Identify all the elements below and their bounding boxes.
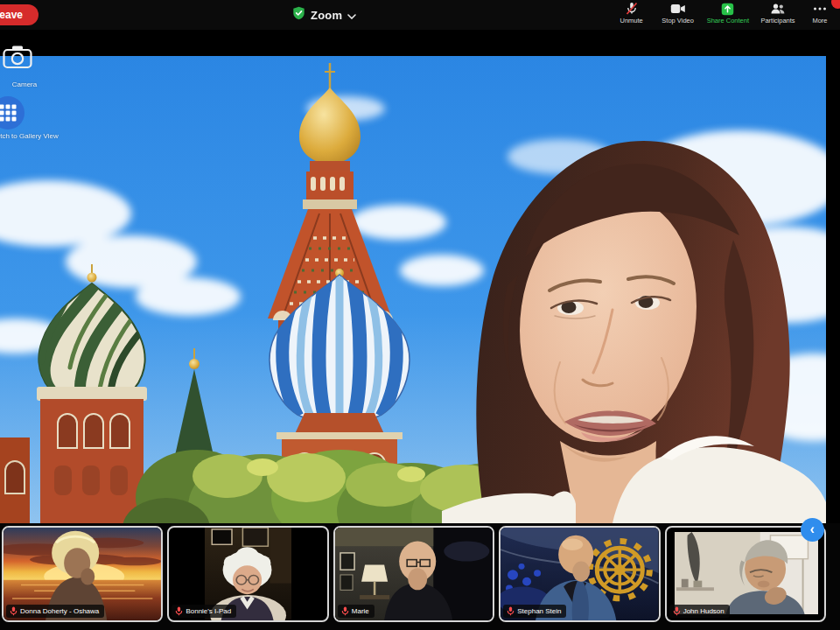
share-up-arrow-icon xyxy=(721,2,734,16)
unmute-button[interactable]: Unmute xyxy=(614,2,649,24)
participant-name: John Hudson xyxy=(683,607,724,615)
share-content-label: Share Content xyxy=(707,17,749,24)
scroll-participants-button[interactable]: ‹ xyxy=(801,518,824,542)
participants-people-icon xyxy=(770,2,786,16)
participant-tile-donna[interactable]: Donna Doherty - Oshawa xyxy=(2,526,163,622)
participant-tile-john[interactable]: John Hudson xyxy=(665,526,826,622)
participants-label: Participants xyxy=(760,17,794,24)
participant-tile-marie[interactable]: Marie xyxy=(333,526,494,622)
muted-mic-icon xyxy=(341,606,349,616)
meeting-title: Zoom xyxy=(311,9,342,22)
participant-name-pill: Marie xyxy=(338,605,374,618)
stop-video-button[interactable]: Stop Video xyxy=(661,2,696,24)
participant-name: Stephan Stein xyxy=(517,607,561,615)
participant-name: Bonnie's I-Pad xyxy=(186,607,231,615)
participant-name: Donna Doherty - Oshawa xyxy=(20,607,99,615)
camera-icon xyxy=(3,44,32,70)
participants-strip: Donna Doherty - Oshawa xyxy=(0,523,840,630)
far-left-tower xyxy=(0,438,30,523)
switch-camera-button[interactable] xyxy=(3,44,32,70)
stop-video-label: Stop Video xyxy=(662,17,694,24)
more-label: More xyxy=(812,17,827,24)
share-content-button[interactable]: Share Content xyxy=(707,2,749,24)
chevron-down-icon xyxy=(347,7,356,23)
topbar-controls: Unmute Stop Video Share Content Particip… xyxy=(614,2,833,24)
participant-name-pill: John Hudson xyxy=(669,605,730,618)
encryption-shield-icon xyxy=(292,6,305,24)
muted-mic-icon xyxy=(673,606,681,616)
john-video xyxy=(675,532,818,614)
unmute-label: Unmute xyxy=(620,17,642,24)
more-button[interactable]: More xyxy=(807,2,833,24)
ellipsis-icon xyxy=(813,2,827,16)
participant-name-pill: Bonnie's I-Pad xyxy=(172,605,236,618)
speaker-virtual-background xyxy=(0,56,826,523)
meeting-title-group[interactable]: Zoom xyxy=(292,6,356,24)
meeting-topbar: Leave Zoom Unmute Stop Video xyxy=(0,0,840,30)
leave-button[interactable]: Leave xyxy=(0,4,38,25)
muted-mic-icon xyxy=(10,606,18,616)
participant-name-pill: Stephan Stein xyxy=(503,605,566,618)
muted-mic-icon xyxy=(175,606,183,616)
camera-label: Camera xyxy=(0,80,52,88)
grid-icon xyxy=(0,104,17,122)
video-camera-icon xyxy=(670,2,686,16)
participant-tile-stephan[interactable]: Stephan Stein xyxy=(499,526,660,622)
muted-mic-icon xyxy=(507,606,514,616)
participant-name-pill: Donna Doherty - Oshawa xyxy=(6,605,104,618)
participant-name: Marie xyxy=(352,607,369,615)
participants-button[interactable]: Participants xyxy=(760,2,795,24)
participant-tile-bonnie[interactable]: Bonnie's I-Pad xyxy=(167,526,328,622)
zoom-meeting-window: Leave Zoom Unmute Stop Video xyxy=(0,0,840,630)
main-speaker-video xyxy=(0,56,826,523)
gallery-view-label: Switch to Gallery View xyxy=(0,132,61,141)
mic-muted-icon xyxy=(625,2,639,16)
